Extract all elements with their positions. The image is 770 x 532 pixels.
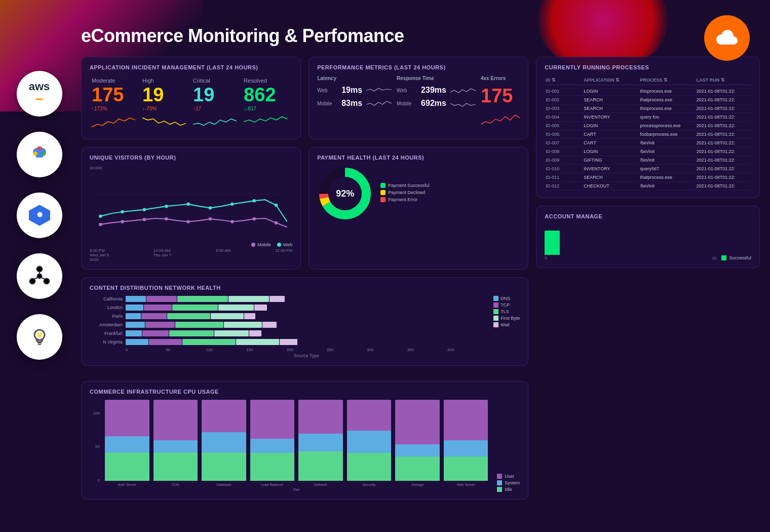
visitors-chart bbox=[90, 172, 292, 238]
table-row: ID-004INVENTORYquery foo2021-01-08T01:22… bbox=[545, 113, 751, 122]
metric-critical: Critical 19 ↑17 bbox=[191, 75, 242, 132]
net-user-bar bbox=[298, 400, 343, 434]
metric-critical-sparkline bbox=[193, 113, 237, 130]
account-title: Account Manage bbox=[545, 213, 751, 219]
bar-label-california: California bbox=[90, 296, 123, 301]
table-row: ID-010INVENTORYquery5672021-01-08T01:22: bbox=[545, 165, 751, 173]
latency-label: Latency bbox=[317, 75, 392, 81]
visitors-title: Unique Visitors (by hour) bbox=[90, 155, 292, 161]
net-system-bar bbox=[298, 434, 343, 451]
cell-app: SEARCH bbox=[584, 97, 637, 102]
latency-mobile-value: 83ms bbox=[341, 99, 362, 108]
cell-lastrun: 2021-01-08T01:22: bbox=[697, 158, 750, 163]
kubernetes-icon: ⎈ bbox=[26, 202, 53, 229]
lb-system-bar bbox=[250, 439, 295, 453]
svg-point-14 bbox=[38, 275, 41, 278]
stor-system-bar bbox=[395, 444, 440, 457]
sidebar-icon-aws[interactable]: aws ~ bbox=[17, 71, 62, 117]
tls-bar bbox=[167, 313, 210, 319]
x-label-3: 6:00 AM bbox=[216, 248, 230, 262]
top-row: Application Incident Management (last 24… bbox=[81, 57, 528, 139]
cdn-legend-dns: DNS bbox=[493, 296, 520, 301]
cdn-legend-wait: Wait bbox=[493, 322, 520, 327]
payment-panel: Payment Health (last 24 hours) bbox=[309, 147, 528, 270]
metric-resolved-label: Resolved bbox=[244, 78, 287, 84]
cpu-y-axis: 100 50 0 bbox=[90, 411, 100, 492]
metric-high-value: 19 bbox=[142, 85, 186, 106]
firstbyte-bar bbox=[236, 339, 279, 345]
cdn-legend-firstbyte: First Byte bbox=[493, 316, 520, 321]
cpu-label-cdn: CDN bbox=[153, 483, 198, 486]
middle-row: Unique Visitors (by hour) 30,000 bbox=[81, 147, 528, 270]
svg-line-9 bbox=[34, 278, 37, 279]
metric-critical-label: Critical bbox=[193, 78, 237, 84]
lb-user-bar bbox=[250, 400, 295, 439]
svg-point-39 bbox=[252, 217, 256, 221]
cell-id: ID-009 bbox=[546, 158, 581, 163]
cell-lastrun: 2021-01-08T01:22: bbox=[697, 89, 750, 94]
cloud-button[interactable] bbox=[704, 15, 750, 61]
cell-lastrun: 2021-01-08T01:22: bbox=[697, 123, 750, 128]
payment-title: Payment Health (last 24 hours) bbox=[317, 155, 520, 161]
response-mobile-value: 692ms bbox=[421, 99, 446, 108]
table-row: ID-005LOGINprocessprocess.exe2021-01-08T… bbox=[545, 122, 751, 130]
account-bars bbox=[545, 224, 716, 255]
response-mobile-label: Mobile bbox=[397, 101, 417, 106]
bar-group-paris bbox=[126, 313, 487, 319]
bar-label-amsterdam: Amsterdam bbox=[90, 322, 123, 327]
sidebar-icon-lightbulb[interactable] bbox=[17, 314, 62, 360]
cell-app: INVENTORY bbox=[584, 166, 637, 171]
account-legend-label: Successful bbox=[729, 255, 751, 260]
response-label: Response Time bbox=[397, 75, 476, 81]
sidebar-icon-gcloud[interactable] bbox=[17, 132, 62, 177]
y-50: 50 bbox=[90, 444, 100, 449]
cpu-x-labels: Auth Server CDN Database Load Balancer N… bbox=[105, 483, 488, 486]
svg-point-29 bbox=[230, 202, 234, 206]
wait-bar bbox=[244, 313, 255, 319]
bar-group-frankfurt bbox=[126, 330, 487, 336]
cell-lastrun: 2021-01-08T01:22: bbox=[697, 132, 750, 137]
wait-bar bbox=[262, 322, 277, 328]
tls-bar bbox=[169, 330, 214, 336]
cpu-legend-user: User bbox=[497, 474, 520, 479]
legend-mobile: Mobile bbox=[251, 242, 271, 247]
error-label: Payment Error bbox=[388, 197, 417, 202]
sidebar-icon-kafka[interactable] bbox=[17, 253, 62, 299]
svg-point-12 bbox=[30, 279, 34, 283]
svg-point-36 bbox=[186, 220, 190, 223]
cdn-x-title: Source Type bbox=[90, 353, 487, 358]
wait-legend-dot bbox=[493, 322, 498, 327]
latency-mobile-label: Mobile bbox=[317, 101, 337, 106]
cell-id: ID-010 bbox=[546, 166, 581, 171]
cell-app: INVENTORY bbox=[584, 115, 637, 120]
svg-point-30 bbox=[252, 199, 256, 203]
auth-user-bar bbox=[105, 400, 149, 436]
svg-point-23 bbox=[99, 214, 102, 218]
cpu-bar-lb bbox=[250, 400, 295, 481]
metric-critical-value: 19 bbox=[193, 85, 237, 106]
latency-section: Latency Web 19ms Mobile 83ms bbox=[317, 75, 392, 131]
errors-label: 4xx Errors bbox=[481, 75, 520, 81]
svg-point-26 bbox=[165, 205, 168, 208]
cell-process: thatprocess.exe bbox=[640, 175, 694, 180]
header-app: APPLICATION ⇅ bbox=[584, 78, 637, 83]
response-web-row: Web 239ms bbox=[397, 85, 476, 95]
firstbyte-bar bbox=[224, 322, 262, 328]
user-legend-label: User bbox=[505, 474, 514, 479]
sidebar-icon-kubernetes[interactable]: ⎈ bbox=[17, 193, 62, 238]
svg-point-11 bbox=[37, 267, 42, 271]
cdn-legend: DNS TCP TLS First Byte bbox=[493, 296, 520, 358]
left-column: Application Incident Management (last 24… bbox=[81, 57, 528, 500]
right-column: Currently Running Processes ID ⇅ APPLICA… bbox=[536, 57, 760, 500]
dns-bar bbox=[126, 322, 145, 328]
response-section: Response Time Web 239ms Mobile 692ms bbox=[397, 75, 476, 131]
cdn-panel: Content Distribution Network Health Cali… bbox=[81, 277, 528, 366]
perf-grid: Latency Web 19ms Mobile 83ms bbox=[317, 75, 520, 131]
bar-label-paris: Paris bbox=[90, 314, 123, 319]
firstbyte-bar bbox=[211, 313, 244, 319]
cpu-legend-idle: Idle bbox=[497, 487, 520, 492]
mobile-label: Mobile bbox=[257, 242, 271, 247]
cpu-x-title: Tier bbox=[105, 487, 488, 492]
dns-bar bbox=[126, 305, 143, 311]
metric-moderate-value: 175 bbox=[92, 85, 135, 106]
